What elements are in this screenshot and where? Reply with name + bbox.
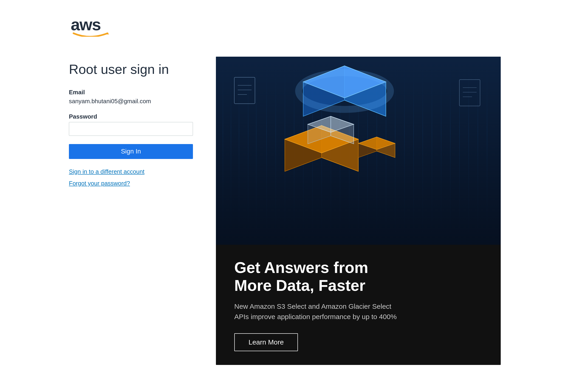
main-content: Root user sign in Email sanyam.bhutani05… [69,57,519,365]
password-group: Password [69,113,193,136]
ad-text-area: Get Answers fromMore Data, Faster New Am… [216,245,501,365]
learn-more-button[interactable]: Learn More [234,333,298,351]
matrix-background [216,57,501,245]
ad-image-area [216,57,501,245]
ad-panel: Get Answers fromMore Data, Faster New Am… [216,57,501,365]
aws-logo: aws [69,14,519,38]
password-input[interactable] [69,122,193,136]
different-account-link[interactable]: Sign in to a different account [69,168,193,175]
svg-rect-36 [459,80,480,106]
signin-title: Root user sign in [69,61,193,77]
signin-button[interactable]: Sign In [69,144,193,159]
email-value: sanyam.bhutani05@gmail.com [69,98,193,105]
email-label: Email [69,89,193,96]
ad-subtext: New Amazon S3 Select and Amazon Glacier … [234,301,482,322]
svg-text:aws: aws [71,15,101,34]
email-group: Email sanyam.bhutani05@gmail.com [69,89,193,105]
svg-rect-32 [234,77,255,104]
ad-headline: Get Answers fromMore Data, Faster [234,259,482,294]
signin-panel: Root user sign in Email sanyam.bhutani05… [69,57,193,192]
password-label: Password [69,113,193,120]
forgot-password-link[interactable]: Forgot your password? [69,180,193,187]
